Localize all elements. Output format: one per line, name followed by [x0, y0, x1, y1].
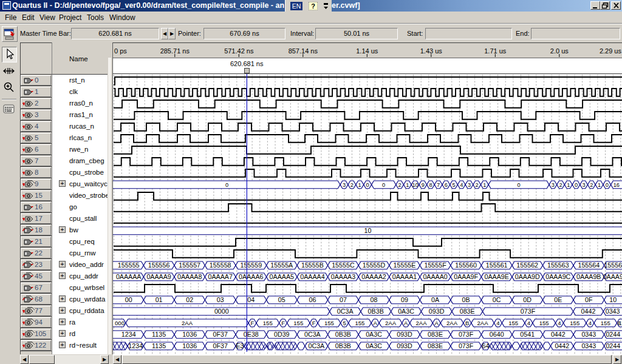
svg-text:1.14 us: 1.14 us	[356, 47, 378, 55]
svg-text:0B3B: 0B3B	[335, 331, 351, 338]
svg-text:F: F	[312, 320, 316, 326]
svg-text:0E: 0E	[554, 296, 562, 303]
svg-text:A: A	[373, 320, 377, 326]
svg-text:0: 0	[518, 182, 521, 188]
svg-text:285.71 ns: 285.71 ns	[160, 47, 190, 55]
svg-text:0AAAA8: 0AAAA8	[177, 273, 202, 280]
svg-text:155560: 155560	[455, 261, 477, 269]
svg-text:1.71 us: 1.71 us	[484, 47, 507, 55]
svg-text:0F37: 0F37	[213, 331, 228, 338]
svg-text:1036: 1036	[182, 331, 197, 338]
svg-text:155: 155	[570, 320, 579, 326]
svg-text:1: 1	[483, 182, 486, 188]
svg-text:3: 3	[583, 182, 586, 188]
svg-text:0 ps: 0 ps	[114, 47, 127, 55]
svg-text:0343: 0343	[581, 331, 596, 338]
svg-text:15555B: 15555B	[301, 261, 324, 269]
svg-text:083E: 083E	[428, 331, 443, 338]
svg-text:0D: 0D	[523, 296, 531, 303]
svg-text:0: 0	[575, 182, 578, 188]
svg-text:2: 2	[590, 182, 593, 188]
svg-text:15555D: 15555D	[363, 261, 386, 269]
svg-text:073F: 073F	[459, 342, 474, 349]
svg-text:155556: 155556	[148, 261, 170, 269]
svg-text:07: 07	[340, 296, 347, 303]
svg-text:A: A	[404, 320, 408, 326]
svg-text:155: 155	[601, 320, 610, 326]
svg-text:0F: 0F	[585, 296, 593, 303]
svg-text:155: 155	[263, 320, 273, 326]
svg-text:0AAA9C: 0AAA9C	[545, 273, 570, 280]
svg-text:03: 03	[217, 296, 224, 303]
svg-text:5: 5	[343, 320, 346, 326]
svg-text:083E: 083E	[428, 342, 443, 349]
svg-text:0343: 0343	[581, 342, 596, 349]
svg-text:155: 155	[324, 320, 334, 326]
svg-text:0AAAA6: 0AAAA6	[239, 273, 263, 280]
svg-text:0AAAA2: 0AAAA2	[361, 273, 386, 280]
svg-text:155561: 155561	[486, 261, 508, 269]
svg-text:0AAAA4: 0AAAA4	[300, 273, 324, 280]
svg-text:0A: 0A	[431, 296, 440, 303]
svg-text:2.29 us: 2.29 us	[600, 47, 622, 55]
svg-text:04: 04	[247, 296, 255, 303]
svg-text:09: 09	[401, 296, 408, 303]
svg-text:073F: 073F	[521, 308, 536, 315]
svg-text:1234: 1234	[128, 342, 143, 349]
svg-text:1135: 1135	[152, 331, 166, 338]
svg-text:1: 1	[567, 182, 570, 188]
svg-text:2: 2	[559, 182, 562, 188]
svg-text:3: 3	[552, 182, 555, 188]
svg-text:1: 1	[406, 182, 409, 188]
svg-text:10: 10	[609, 296, 617, 303]
svg-text:8: 8	[429, 182, 432, 188]
svg-text:0000: 0000	[214, 308, 229, 315]
svg-text:0640: 0640	[490, 331, 504, 338]
svg-text:0A3C: 0A3C	[398, 308, 414, 315]
svg-text:0A3C: 0A3C	[366, 342, 382, 349]
svg-text:2: 2	[476, 182, 479, 188]
svg-text:16: 16	[613, 182, 620, 188]
svg-text:155562: 155562	[516, 261, 538, 269]
svg-text:0E38: 0E38	[244, 331, 259, 338]
svg-text:0244: 0244	[606, 331, 620, 338]
svg-text:15555A: 15555A	[270, 261, 293, 269]
svg-text:155559: 155559	[240, 261, 262, 269]
svg-text:0AAA9F: 0AAA9F	[454, 273, 478, 280]
svg-text:1: 1	[358, 182, 361, 188]
svg-text:155: 155	[508, 320, 518, 326]
svg-text:15555E: 15555E	[394, 261, 416, 269]
svg-text:4: 4	[558, 320, 561, 326]
svg-text:0D39: 0D39	[274, 331, 290, 338]
svg-text:15556: 15556	[604, 261, 622, 269]
svg-text:000: 000	[115, 320, 125, 326]
svg-text:0AAA9D: 0AAA9D	[515, 273, 540, 280]
svg-text:2AA: 2AA	[182, 320, 193, 326]
svg-text:4: 4	[460, 182, 463, 188]
svg-text:155: 155	[539, 320, 549, 326]
svg-text:01: 01	[156, 296, 163, 303]
svg-text:0C3A: 0C3A	[309, 342, 326, 349]
svg-text:0541: 0541	[520, 331, 535, 338]
svg-text:10: 10	[364, 227, 372, 234]
svg-text:10: 10	[412, 182, 418, 188]
svg-text:2: 2	[398, 182, 402, 188]
svg-text:0343: 0343	[606, 308, 620, 315]
svg-text:093D: 093D	[429, 308, 445, 315]
svg-text:0442: 0442	[581, 308, 596, 315]
svg-text:06: 06	[309, 296, 316, 303]
svg-text:093D: 093D	[397, 342, 412, 349]
svg-text:0AAA9B: 0AAA9B	[576, 273, 601, 280]
svg-text:0: 0	[382, 182, 385, 188]
svg-text:6: 6	[445, 182, 448, 188]
svg-text:155558: 155558	[210, 261, 231, 269]
svg-text:F: F	[281, 320, 285, 326]
svg-text:1036: 1036	[182, 342, 197, 349]
svg-text:3: 3	[343, 182, 346, 188]
svg-text:2AA: 2AA	[446, 320, 458, 326]
svg-text:05: 05	[278, 296, 285, 303]
svg-text:0B3B: 0B3B	[335, 342, 351, 349]
svg-text:0AAAA9: 0AAAA9	[146, 273, 171, 280]
svg-text:0F37: 0F37	[213, 342, 228, 349]
svg-text:073F: 073F	[459, 331, 474, 338]
